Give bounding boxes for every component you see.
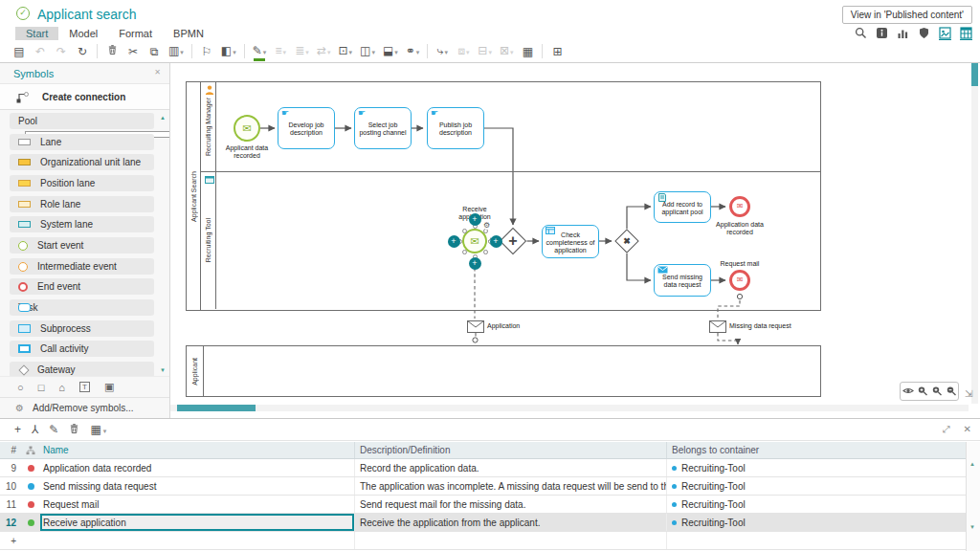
symbol-item-end-event[interactable]: End event [10, 278, 154, 295]
replace-symbol-icon[interactable]: ◫ [360, 44, 375, 59]
badge-icon[interactable] [918, 26, 930, 38]
pool-label-column[interactable]: Applicant Search [187, 82, 201, 310]
task-publish-job-description[interactable]: ☛ Publish job description [427, 107, 484, 149]
attributes-icon[interactable]: ▦ [521, 45, 534, 58]
column-header-name[interactable]: Name [40, 442, 355, 458]
expand-panel-icon[interactable]: ⤢ [943, 424, 950, 435]
resize-handle-icon[interactable]: ⇲ [965, 388, 972, 399]
scroll-down-icon[interactable]: ▼ [969, 524, 975, 530]
quick-connect-bottom-icon[interactable]: + [469, 257, 481, 270]
pool-applicant[interactable]: Applicant [186, 345, 821, 397]
add-row-plus-icon[interactable]: + [0, 536, 21, 546]
redo-icon[interactable]: ↷ [55, 45, 68, 58]
end-event-request-mail[interactable]: ✉ [729, 270, 750, 291]
pool-label-column[interactable]: Applicant [187, 346, 204, 396]
cell-name[interactable]: Request mail [43, 499, 99, 510]
new-comment-icon[interactable]: ⊞ [550, 45, 564, 58]
fill-color-icon[interactable]: ◧ [221, 44, 236, 59]
overview-eye-icon[interactable] [902, 383, 914, 400]
symbol-item-subprocess[interactable]: Subprocess [10, 320, 154, 337]
column-header-number[interactable]: # [0, 445, 21, 455]
message-missing-data-request[interactable] [709, 320, 726, 332]
lane-recruiting-manager-label[interactable]: Recruiting Manager [201, 82, 216, 171]
delete-icon[interactable] [105, 44, 119, 58]
tab-bpmn[interactable]: BPMN [163, 27, 214, 40]
attributes-info-icon[interactable] [876, 26, 888, 38]
cell-container[interactable]: Recruiting-Tool [681, 463, 746, 474]
pentagon-shape-icon[interactable]: ⌂ [58, 382, 65, 393]
chart-icon[interactable] [897, 26, 909, 38]
task-check-completeness[interactable]: Check completeness of application [542, 225, 599, 258]
cell-description[interactable]: Record the application data. [360, 463, 479, 474]
create-connection-icon[interactable]: ⅄ [32, 423, 38, 436]
symbol-item-lane[interactable]: Lane [10, 134, 154, 150]
cell-description[interactable]: The application was incomplete. A missin… [360, 481, 667, 492]
cell-name[interactable]: Send missing data request [43, 481, 156, 492]
create-connection-button[interactable]: Create connection [0, 83, 169, 110]
canvas-horizontal-scrollbar[interactable] [170, 405, 969, 411]
column-header-symbol[interactable] [21, 446, 40, 455]
lane-recruiting-tool-label[interactable]: Recruiting Tool [201, 171, 216, 309]
quick-connect-right-icon[interactable]: + [490, 235, 502, 248]
table-row[interactable]: 9 Application data recorded Record the a… [0, 459, 980, 477]
task-develop-job-description[interactable]: ☛ Develop job description [278, 107, 335, 149]
cell-container[interactable]: Recruiting-Tool [681, 518, 746, 528]
swap-connection-icon[interactable]: ⇄ [317, 44, 331, 59]
column-header-container[interactable]: Belongs to container [667, 445, 966, 455]
column-header-description[interactable]: Description/Definition [355, 442, 667, 458]
cut-icon[interactable]: ✂ [126, 45, 140, 58]
cell-name[interactable]: Receive application [43, 518, 126, 528]
symbols-panel-icon[interactable] [939, 26, 951, 38]
search-icon[interactable] [855, 26, 867, 38]
save-icon[interactable]: ▤ [12, 45, 26, 58]
task-add-record-applicant-pool[interactable]: Add record to applicant pool [654, 191, 711, 223]
refresh-icon[interactable]: ↻ [76, 45, 89, 58]
scrollbar-thumb[interactable] [971, 63, 978, 86]
task-select-job-posting-channel[interactable]: ☛ Select job posting channel [354, 107, 412, 149]
symbol-item-gateway[interactable]: Gateway [10, 362, 154, 377]
symbol-item-start-event[interactable]: Start event [10, 237, 154, 253]
scroll-down-icon[interactable]: ▼ [160, 367, 166, 373]
callout-icon[interactable]: ⬓ [383, 44, 398, 59]
match-size-icon[interactable]: ⊟ [478, 44, 492, 59]
close-icon[interactable]: ✕ [154, 68, 161, 77]
line-style-icon[interactable]: ≡ [274, 44, 287, 59]
scroll-up-icon[interactable]: ▲ [969, 461, 975, 467]
table-options-icon[interactable]: ▦ [90, 423, 106, 436]
edit-symbol-icon[interactable]: ⊡ [338, 44, 352, 59]
table-vertical-scrollbar[interactable]: ▲ ▼ [966, 442, 980, 551]
cell-description[interactable]: Receive the application from the applica… [360, 518, 540, 528]
circle-shape-icon[interactable]: ○ [17, 382, 24, 393]
symbol-item-call-activity[interactable]: Call activity [10, 341, 154, 357]
cell-container[interactable]: Recruiting-Tool [681, 499, 746, 510]
table-row[interactable]: 10 Send missing data request The applica… [0, 477, 980, 496]
canvas-vertical-scrollbar[interactable] [971, 63, 978, 404]
symbol-item-org-unit-lane[interactable]: Organizational unit lane [10, 154, 154, 170]
symbol-item-pool[interactable]: Pool [10, 113, 154, 129]
symbol-item-system-lane[interactable]: System lane [10, 216, 154, 232]
pen-color-icon[interactable]: ✎ [253, 44, 267, 59]
paste-icon[interactable]: ▥ [168, 44, 184, 59]
close-panel-icon[interactable]: ✕ [964, 424, 971, 435]
line-weight-icon[interactable]: ≣ [295, 44, 309, 59]
table-row[interactable]: 11 Request mail Send request mail for th… [0, 496, 980, 514]
square-shape-icon[interactable]: □ [38, 382, 45, 393]
tab-format[interactable]: Format [108, 27, 163, 40]
diagram-canvas[interactable]: Applicant Search Recruiting Manager Recr… [170, 63, 980, 418]
image-shape-icon[interactable]: ▣ [104, 381, 114, 393]
view-published-content-button[interactable]: View in 'Published content' [842, 6, 972, 24]
symbol-item-intermediate-event[interactable]: Intermediate event [10, 258, 154, 275]
copy-icon[interactable]: ⧉ [147, 45, 161, 58]
align-icon[interactable]: ⧈ [457, 44, 470, 59]
symbol-item-role-lane[interactable]: Role lane [10, 196, 154, 212]
cell-container[interactable]: Recruiting-Tool [681, 481, 746, 492]
undo-icon[interactable]: ↶ [33, 45, 47, 58]
cell-description[interactable]: Send request mail for the missing data. [360, 499, 525, 510]
table-add-row[interactable]: + [0, 532, 980, 550]
start-event-applicant-data-recorded[interactable]: ✉ [234, 115, 260, 142]
task-send-missing-data-request[interactable]: Send missing data request [654, 264, 711, 297]
scroll-up-icon[interactable]: ▲ [160, 115, 166, 121]
edit-icon[interactable]: ✎ [49, 423, 58, 436]
quick-connect-top-icon[interactable]: + [469, 213, 481, 226]
end-event-application-data-recorded[interactable]: ✉ [729, 196, 750, 217]
